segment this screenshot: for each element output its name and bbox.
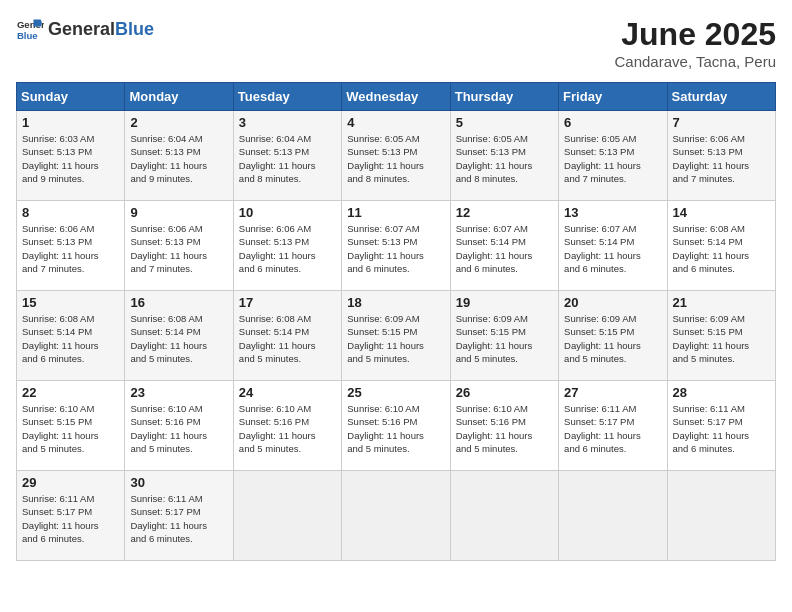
day-number: 9: [130, 205, 227, 220]
calendar-day-cell: 29 Sunrise: 6:11 AMSunset: 5:17 PMDaylig…: [17, 471, 125, 561]
header-saturday: Saturday: [667, 83, 775, 111]
day-info: Sunrise: 6:08 AMSunset: 5:14 PMDaylight:…: [22, 312, 119, 365]
day-number: 18: [347, 295, 444, 310]
calendar-day-cell: 26 Sunrise: 6:10 AMSunset: 5:16 PMDaylig…: [450, 381, 558, 471]
calendar-day-cell: 30 Sunrise: 6:11 AMSunset: 5:17 PMDaylig…: [125, 471, 233, 561]
day-number: 2: [130, 115, 227, 130]
calendar-week-row: 29 Sunrise: 6:11 AMSunset: 5:17 PMDaylig…: [17, 471, 776, 561]
calendar-day-cell: 10 Sunrise: 6:06 AMSunset: 5:13 PMDaylig…: [233, 201, 341, 291]
calendar-day-cell: 2 Sunrise: 6:04 AMSunset: 5:13 PMDayligh…: [125, 111, 233, 201]
day-info: Sunrise: 6:04 AMSunset: 5:13 PMDaylight:…: [239, 132, 336, 185]
day-info: Sunrise: 6:05 AMSunset: 5:13 PMDaylight:…: [564, 132, 661, 185]
calendar-day-cell: 6 Sunrise: 6:05 AMSunset: 5:13 PMDayligh…: [559, 111, 667, 201]
calendar-day-cell: 17 Sunrise: 6:08 AMSunset: 5:14 PMDaylig…: [233, 291, 341, 381]
calendar-day-cell: 11 Sunrise: 6:07 AMSunset: 5:13 PMDaylig…: [342, 201, 450, 291]
day-number: 28: [673, 385, 770, 400]
header-sunday: Sunday: [17, 83, 125, 111]
day-info: Sunrise: 6:06 AMSunset: 5:13 PMDaylight:…: [22, 222, 119, 275]
calendar-day-cell: 14 Sunrise: 6:08 AMSunset: 5:14 PMDaylig…: [667, 201, 775, 291]
header-wednesday: Wednesday: [342, 83, 450, 111]
day-info: Sunrise: 6:06 AMSunset: 5:13 PMDaylight:…: [130, 222, 227, 275]
day-number: 25: [347, 385, 444, 400]
calendar-day-cell: 16 Sunrise: 6:08 AMSunset: 5:14 PMDaylig…: [125, 291, 233, 381]
day-number: 8: [22, 205, 119, 220]
day-number: 13: [564, 205, 661, 220]
day-info: Sunrise: 6:08 AMSunset: 5:14 PMDaylight:…: [239, 312, 336, 365]
day-info: Sunrise: 6:07 AMSunset: 5:14 PMDaylight:…: [564, 222, 661, 275]
calendar-week-row: 22 Sunrise: 6:10 AMSunset: 5:15 PMDaylig…: [17, 381, 776, 471]
location: Candarave, Tacna, Peru: [615, 53, 777, 70]
logo-blue: Blue: [115, 19, 154, 39]
header: General Blue GeneralBlue June 2025 Canda…: [16, 16, 776, 70]
day-number: 21: [673, 295, 770, 310]
day-number: 29: [22, 475, 119, 490]
day-info: Sunrise: 6:05 AMSunset: 5:13 PMDaylight:…: [456, 132, 553, 185]
day-info: Sunrise: 6:11 AMSunset: 5:17 PMDaylight:…: [130, 492, 227, 545]
day-number: 14: [673, 205, 770, 220]
calendar-day-cell: 9 Sunrise: 6:06 AMSunset: 5:13 PMDayligh…: [125, 201, 233, 291]
day-info: Sunrise: 6:10 AMSunset: 5:15 PMDaylight:…: [22, 402, 119, 455]
day-info: Sunrise: 6:09 AMSunset: 5:15 PMDaylight:…: [673, 312, 770, 365]
day-info: Sunrise: 6:11 AMSunset: 5:17 PMDaylight:…: [673, 402, 770, 455]
day-number: 27: [564, 385, 661, 400]
calendar-day-cell: [667, 471, 775, 561]
calendar-day-cell: 28 Sunrise: 6:11 AMSunset: 5:17 PMDaylig…: [667, 381, 775, 471]
header-tuesday: Tuesday: [233, 83, 341, 111]
day-number: 20: [564, 295, 661, 310]
day-info: Sunrise: 6:10 AMSunset: 5:16 PMDaylight:…: [347, 402, 444, 455]
day-number: 3: [239, 115, 336, 130]
logo-icon: General Blue: [16, 16, 44, 44]
day-info: Sunrise: 6:06 AMSunset: 5:13 PMDaylight:…: [239, 222, 336, 275]
day-number: 11: [347, 205, 444, 220]
calendar-day-cell: 4 Sunrise: 6:05 AMSunset: 5:13 PMDayligh…: [342, 111, 450, 201]
calendar-day-cell: [450, 471, 558, 561]
calendar-week-row: 15 Sunrise: 6:08 AMSunset: 5:14 PMDaylig…: [17, 291, 776, 381]
day-info: Sunrise: 6:10 AMSunset: 5:16 PMDaylight:…: [239, 402, 336, 455]
day-info: Sunrise: 6:07 AMSunset: 5:13 PMDaylight:…: [347, 222, 444, 275]
day-info: Sunrise: 6:09 AMSunset: 5:15 PMDaylight:…: [456, 312, 553, 365]
day-info: Sunrise: 6:07 AMSunset: 5:14 PMDaylight:…: [456, 222, 553, 275]
day-info: Sunrise: 6:05 AMSunset: 5:13 PMDaylight:…: [347, 132, 444, 185]
header-monday: Monday: [125, 83, 233, 111]
day-number: 4: [347, 115, 444, 130]
calendar-day-cell: 1 Sunrise: 6:03 AMSunset: 5:13 PMDayligh…: [17, 111, 125, 201]
title-area: June 2025 Candarave, Tacna, Peru: [615, 16, 777, 70]
calendar-table: Sunday Monday Tuesday Wednesday Thursday…: [16, 82, 776, 561]
day-number: 10: [239, 205, 336, 220]
calendar-week-row: 8 Sunrise: 6:06 AMSunset: 5:13 PMDayligh…: [17, 201, 776, 291]
calendar-day-cell: 15 Sunrise: 6:08 AMSunset: 5:14 PMDaylig…: [17, 291, 125, 381]
day-number: 17: [239, 295, 336, 310]
day-number: 6: [564, 115, 661, 130]
day-number: 26: [456, 385, 553, 400]
day-info: Sunrise: 6:09 AMSunset: 5:15 PMDaylight:…: [347, 312, 444, 365]
calendar-day-cell: 21 Sunrise: 6:09 AMSunset: 5:15 PMDaylig…: [667, 291, 775, 381]
logo-general: General: [48, 19, 115, 39]
calendar-day-cell: [342, 471, 450, 561]
day-info: Sunrise: 6:10 AMSunset: 5:16 PMDaylight:…: [130, 402, 227, 455]
day-info: Sunrise: 6:08 AMSunset: 5:14 PMDaylight:…: [673, 222, 770, 275]
calendar-day-cell: [559, 471, 667, 561]
day-number: 24: [239, 385, 336, 400]
month-year: June 2025: [615, 16, 777, 53]
calendar-day-cell: 20 Sunrise: 6:09 AMSunset: 5:15 PMDaylig…: [559, 291, 667, 381]
day-info: Sunrise: 6:08 AMSunset: 5:14 PMDaylight:…: [130, 312, 227, 365]
day-number: 5: [456, 115, 553, 130]
calendar-day-cell: 7 Sunrise: 6:06 AMSunset: 5:13 PMDayligh…: [667, 111, 775, 201]
calendar-day-cell: [233, 471, 341, 561]
day-number: 1: [22, 115, 119, 130]
day-info: Sunrise: 6:10 AMSunset: 5:16 PMDaylight:…: [456, 402, 553, 455]
day-number: 12: [456, 205, 553, 220]
header-thursday: Thursday: [450, 83, 558, 111]
day-info: Sunrise: 6:11 AMSunset: 5:17 PMDaylight:…: [22, 492, 119, 545]
day-info: Sunrise: 6:03 AMSunset: 5:13 PMDaylight:…: [22, 132, 119, 185]
weekday-header-row: Sunday Monday Tuesday Wednesday Thursday…: [17, 83, 776, 111]
calendar-day-cell: 27 Sunrise: 6:11 AMSunset: 5:17 PMDaylig…: [559, 381, 667, 471]
day-info: Sunrise: 6:04 AMSunset: 5:13 PMDaylight:…: [130, 132, 227, 185]
calendar-day-cell: 23 Sunrise: 6:10 AMSunset: 5:16 PMDaylig…: [125, 381, 233, 471]
day-number: 7: [673, 115, 770, 130]
day-number: 15: [22, 295, 119, 310]
calendar-day-cell: 19 Sunrise: 6:09 AMSunset: 5:15 PMDaylig…: [450, 291, 558, 381]
day-info: Sunrise: 6:09 AMSunset: 5:15 PMDaylight:…: [564, 312, 661, 365]
calendar-day-cell: 8 Sunrise: 6:06 AMSunset: 5:13 PMDayligh…: [17, 201, 125, 291]
day-number: 23: [130, 385, 227, 400]
